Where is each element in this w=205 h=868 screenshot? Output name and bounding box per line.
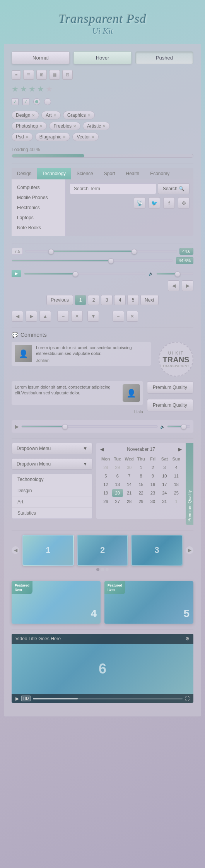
cal-cell-8[interactable]: 8: [135, 472, 146, 480]
thumb-item-2[interactable]: 2: [77, 535, 128, 566]
cal-cell-16[interactable]: 16: [147, 481, 158, 488]
tag-art[interactable]: Art ✕: [41, 111, 60, 119]
cal-cell-22[interactable]: 22: [135, 489, 146, 497]
media-handle[interactable]: [62, 424, 68, 430]
tag-close-icon[interactable]: ✕: [87, 113, 91, 118]
volume-button[interactable]: ▶: [12, 270, 21, 277]
cal-cell-10[interactable]: 10: [159, 472, 170, 480]
thumb-item-1[interactable]: 1: [22, 535, 74, 566]
media-play-btn[interactable]: ▶: [15, 423, 19, 430]
cal-cell-9[interactable]: 9: [147, 472, 158, 480]
cal-cell-25[interactable]: 25: [171, 489, 182, 497]
volume-handle[interactable]: [73, 271, 78, 277]
tag-close-icon[interactable]: ✕: [39, 124, 43, 128]
cal-cell-29b[interactable]: 29: [135, 498, 146, 505]
list-item-art[interactable]: Art: [12, 496, 92, 508]
tag-close-icon[interactable]: ✕: [73, 124, 76, 128]
tab-design[interactable]: Design: [12, 168, 37, 179]
cal-cell-15[interactable]: 15: [135, 481, 146, 488]
checkbox-checked2[interactable]: ✓: [22, 98, 29, 105]
slider-handle-percent[interactable]: [108, 258, 114, 264]
hover-button[interactable]: Hover: [73, 51, 132, 64]
media-track[interactable]: [21, 425, 158, 428]
volume-handle-2[interactable]: [175, 271, 180, 277]
star-5[interactable]: ★: [46, 84, 53, 94]
quality-btn-2[interactable]: Premium Quality: [147, 399, 193, 411]
cal-cell-27[interactable]: 27: [112, 498, 123, 505]
thumb-prev-btn[interactable]: ◀: [12, 546, 19, 554]
dropdown-electronics[interactable]: Electronics: [12, 203, 65, 213]
cal-cell-23[interactable]: 23: [147, 489, 158, 497]
cal-cell-29a[interactable]: 29: [112, 464, 123, 471]
checkbox-checked[interactable]: ✓: [12, 98, 19, 105]
cal-cell-20-today[interactable]: 20: [112, 489, 123, 497]
tag-blugraphic[interactable]: Blugraphic ✕: [35, 133, 70, 141]
dropdown-laptops[interactable]: Laptops: [12, 213, 65, 223]
radio-inactive[interactable]: [44, 98, 51, 105]
thumb-dot-2[interactable]: [101, 568, 104, 571]
icon-btn-4[interactable]: ▦: [49, 70, 60, 80]
tag-close-icon[interactable]: ✕: [63, 135, 66, 139]
list-item-statistics[interactable]: Statistics: [12, 508, 92, 518]
tab-economy[interactable]: Economy: [145, 168, 175, 179]
dropdown-notebooks[interactable]: Note Books: [12, 223, 65, 233]
icon-btn-2[interactable]: ☰: [23, 70, 34, 80]
media-vol-handle[interactable]: [181, 424, 186, 430]
dropdown-select-2[interactable]: Dropdown Menu ▼: [12, 458, 92, 470]
cal-cell-30b[interactable]: 30: [147, 498, 158, 505]
page-btn-5[interactable]: 5: [127, 295, 139, 305]
volume-track-2[interactable]: [156, 273, 193, 275]
featured-item-5[interactable]: FeaturedItem 5: [104, 581, 193, 624]
dropdown-mobile[interactable]: Mobile Phones: [12, 193, 65, 203]
arrow-minus2[interactable]: −: [113, 311, 124, 322]
cal-prev-btn[interactable]: ◀: [100, 447, 104, 452]
cal-cell-31[interactable]: 31: [159, 498, 170, 505]
tag-graphics[interactable]: Graphics ✕: [63, 111, 95, 119]
tab-technology[interactable]: Technology: [37, 168, 71, 179]
radio-active[interactable]: [33, 98, 40, 105]
slider-track-percent[interactable]: [12, 259, 173, 262]
cal-cell-6[interactable]: 6: [112, 472, 123, 480]
cal-cell-30a[interactable]: 30: [124, 464, 135, 471]
dribbble-icon[interactable]: ✤: [178, 197, 190, 209]
tag-artistic[interactable]: Artistic ✕: [83, 122, 110, 130]
tag-close-icon[interactable]: ✕: [102, 124, 106, 128]
tag-photoshop[interactable]: Photoshop ✕: [12, 122, 47, 130]
page-btn-2[interactable]: 2: [88, 295, 99, 305]
thumb-dot-1[interactable]: [96, 568, 99, 571]
star-2[interactable]: ★: [20, 84, 27, 94]
facebook-icon[interactable]: f: [163, 197, 175, 209]
arrow-up[interactable]: ▲: [39, 311, 51, 322]
tag-close-icon[interactable]: ✕: [91, 135, 94, 139]
page-btn-3[interactable]: 3: [101, 295, 113, 305]
pushed-button[interactable]: Pushed: [135, 51, 193, 64]
video-fullscreen-btn[interactable]: ⛶: [185, 696, 190, 701]
cal-cell-2[interactable]: 2: [147, 464, 158, 471]
twitter-icon[interactable]: 🐦: [149, 197, 160, 209]
cal-cell-18[interactable]: 18: [171, 481, 182, 488]
page-btn-4[interactable]: 4: [114, 295, 126, 305]
dropdown-select-1[interactable]: Dropdown Menu ▼: [12, 443, 92, 454]
star-3[interactable]: ★: [29, 84, 36, 94]
volume-track[interactable]: [24, 273, 145, 275]
arrow-down[interactable]: ▼: [87, 311, 99, 322]
cal-cell-17[interactable]: 17: [159, 481, 170, 488]
cal-cell-3[interactable]: 3: [159, 464, 170, 471]
arrow-cross2[interactable]: ✕: [126, 311, 138, 322]
cal-cell-12[interactable]: 12: [100, 481, 111, 488]
star-1[interactable]: ★: [12, 84, 19, 94]
prev-page-button[interactable]: Previous: [46, 295, 73, 305]
thumb-next-btn[interactable]: ▶: [186, 546, 193, 554]
icon-btn-5[interactable]: ⊡: [62, 70, 73, 80]
arrow-minus[interactable]: −: [57, 311, 69, 322]
tag-freebies[interactable]: Freebies ✕: [49, 122, 80, 130]
arrow-cross[interactable]: ✕: [71, 311, 83, 322]
cal-cell-1b[interactable]: 1: [171, 498, 182, 505]
cal-cell-28a[interactable]: 28: [100, 464, 111, 471]
rss-icon[interactable]: 📡: [134, 197, 145, 209]
quality-btn-1[interactable]: Premium Quality: [147, 381, 193, 394]
next-arrow-btn[interactable]: ▶: [182, 280, 193, 291]
range-track-1[interactable]: [25, 250, 177, 252]
cal-cell-4[interactable]: 4: [171, 464, 182, 471]
cal-cell-21[interactable]: 21: [124, 489, 135, 497]
